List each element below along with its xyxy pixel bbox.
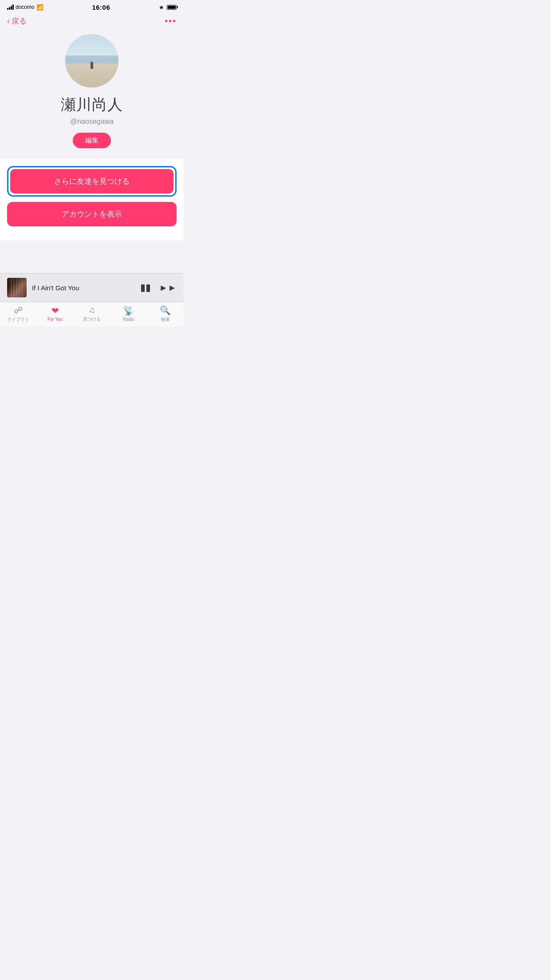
tab-bar: ☍ ライブラリ ❤ For You ♫ 見つける 📡 Radio 🔍 検索 bbox=[0, 302, 184, 327]
tab-for-you[interactable]: ❤ For You bbox=[37, 305, 74, 322]
back-button[interactable]: ‹ 戻る bbox=[7, 16, 27, 26]
stripe-4 bbox=[19, 278, 20, 297]
battery-indicator bbox=[167, 5, 177, 10]
more-button[interactable]: ••• bbox=[165, 16, 177, 26]
find-friends-wrapper: さらに友達を見つける bbox=[7, 166, 177, 197]
signal-bars bbox=[7, 4, 14, 10]
bluetooth-icon: ★ bbox=[159, 4, 164, 11]
ellipsis-icon: ••• bbox=[165, 16, 177, 26]
avatar-person bbox=[91, 62, 93, 69]
profile-avatar bbox=[65, 34, 118, 87]
avatar-image bbox=[65, 34, 118, 87]
playback-controls: ▮▮ ►► bbox=[140, 282, 177, 293]
edit-button[interactable]: 編集 bbox=[73, 133, 111, 148]
battery-fill bbox=[168, 6, 176, 9]
tab-browse[interactable]: ♫ 見つける bbox=[74, 305, 110, 322]
browse-label: 見つける bbox=[83, 316, 101, 322]
wifi-icon: 📶 bbox=[36, 4, 43, 11]
signal-bar-2 bbox=[9, 7, 10, 10]
tab-library[interactable]: ☍ ライブラリ bbox=[0, 305, 37, 323]
song-title: If I Ain't Got You bbox=[32, 284, 135, 292]
signal-bar-1 bbox=[7, 8, 8, 10]
search-label: 検索 bbox=[161, 316, 170, 323]
nav-bar: ‹ 戻る ••• bbox=[0, 12, 184, 30]
radio-label: Radio bbox=[123, 317, 134, 322]
carrier-label: docomo bbox=[16, 4, 35, 10]
content-area: さらに友達を見つける アカウントを表示 bbox=[0, 159, 184, 241]
stripe-3 bbox=[16, 278, 17, 297]
radio-icon: 📡 bbox=[123, 305, 134, 316]
chevron-left-icon: ‹ bbox=[7, 16, 10, 26]
status-bar: docomo 📶 16:06 ★ bbox=[0, 0, 184, 12]
search-icon: 🔍 bbox=[160, 305, 171, 316]
library-icon: ☍ bbox=[14, 305, 23, 316]
tab-search[interactable]: 🔍 検索 bbox=[147, 305, 184, 323]
profile-handle: @naosegawa bbox=[70, 118, 114, 126]
for-you-label: For You bbox=[47, 317, 63, 322]
signal-bar-4 bbox=[12, 4, 14, 10]
find-friends-button[interactable]: さらに友達を見つける bbox=[10, 169, 173, 194]
heart-icon: ❤ bbox=[51, 305, 59, 316]
tab-radio[interactable]: 📡 Radio bbox=[110, 305, 147, 322]
pause-button[interactable]: ▮▮ bbox=[140, 282, 151, 293]
browse-icon: ♫ bbox=[88, 305, 95, 315]
profile-section: 瀬川尚人 @naosegawa 編集 bbox=[0, 30, 184, 159]
show-account-button[interactable]: アカウントを表示 bbox=[7, 202, 177, 226]
status-right: ★ bbox=[159, 4, 177, 11]
status-left: docomo 📶 bbox=[7, 4, 43, 11]
profile-name: 瀬川尚人 bbox=[61, 95, 123, 115]
album-art-stripes bbox=[7, 278, 27, 297]
stripe-5 bbox=[21, 278, 23, 297]
now-playing-bar: If I Ain't Got You ▮▮ ►► bbox=[0, 273, 184, 302]
signal-bar-3 bbox=[11, 6, 12, 10]
library-label: ライブラリ bbox=[7, 316, 29, 323]
status-time: 16:06 bbox=[92, 4, 110, 11]
stripe-2 bbox=[13, 278, 15, 297]
back-label: 戻る bbox=[12, 16, 27, 26]
album-art bbox=[7, 278, 27, 297]
stripe-1 bbox=[11, 278, 12, 297]
forward-button[interactable]: ►► bbox=[159, 283, 177, 293]
